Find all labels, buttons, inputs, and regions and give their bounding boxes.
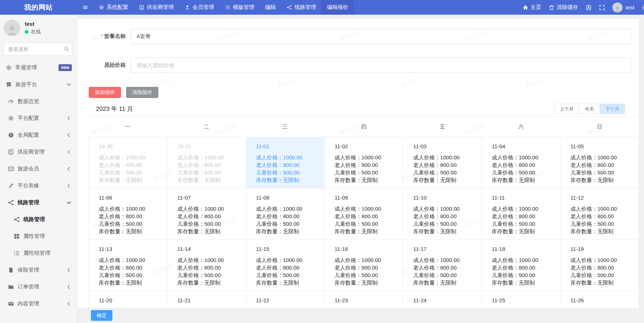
calendar-cell-11-08[interactable]: 11-08成人价格：1000.00老人价格：800.00儿童价格：500.00库… [246, 188, 325, 240]
cell-price-line: 老人价格：800.00 [256, 161, 321, 169]
sidebar-item-label: 保险管理 [18, 267, 39, 273]
prev-month-button[interactable]: 上个月 [554, 104, 579, 114]
sidebar-item-general-management[interactable]: 常规管理new [0, 59, 77, 76]
calendar-cell-10-31[interactable]: 10-31成人价格：1000.00老人价格：800.00儿童价格：500.00库… [167, 137, 246, 188]
cell-price-line: 儿童价格：500.00 [413, 169, 478, 176]
calendar-cell-10-30[interactable]: 10-30成人价格：1000.00老人价格：800.00儿童价格：500.00库… [89, 137, 167, 188]
cell-price-line: 老人价格：800.00 [99, 264, 163, 271]
calendar-cell-11-12[interactable]: 11-12成人价格：1000.00老人价格：800.00儿童价格：500.00库… [560, 188, 639, 240]
sidebar-item-order-management[interactable]: 订单管理 [0, 278, 77, 295]
today-button[interactable]: 今天 [579, 104, 600, 114]
package-name-input[interactable] [131, 29, 631, 44]
sidebar-item-label: 线路管理 [23, 216, 45, 223]
calendar-cell-11-01[interactable]: 11-01成人价格：1000.00老人价格：800.00儿童价格：500.00库… [246, 137, 325, 188]
cell-date: 11-18 [492, 246, 556, 252]
navbar-tabs: 系统配置供应商管理会员管理模版管理编辑线路管理编辑报价 [93, 0, 354, 15]
cell-price-line: 老人价格：800.00 [256, 212, 321, 220]
sidebar-item-platform-decoration[interactable]: 平台装修 [0, 177, 77, 194]
calendar-cell-11-14[interactable]: 11-14成人价格：1000.00老人价格：800.00儿童价格：500.00库… [167, 240, 246, 291]
nav-tab-label: 系统配置 [107, 4, 128, 11]
sidebar-item-insurance-management[interactable]: 保险管理 [0, 262, 77, 278]
cell-price-line: 成人价格：1000.00 [492, 256, 556, 264]
cell-price-line: 儿童价格：500.00 [335, 169, 399, 176]
calendar-cell-11-19[interactable]: 11-19成人价格：1000.00老人价格：800.00儿童价格：500.00库… [560, 240, 639, 291]
sidebar-item-attribute-group-management[interactable]: 属性组管理 [0, 245, 77, 262]
sidebar-item-travel-member[interactable]: 旅游会员 [0, 160, 77, 177]
id-card-icon [8, 166, 14, 172]
calendar-cell-11-06[interactable]: 11-06成人价格：1000.00老人价格：800.00儿童价格：500.00库… [89, 188, 167, 240]
calendar-cell-11-04[interactable]: 11-04成人价格：1000.00老人价格：800.00儿童价格：500.00库… [482, 137, 560, 188]
cell-date: 10-30 [99, 143, 163, 149]
calendar-cell-11-11[interactable]: 11-11成人价格：1000.00老人价格：800.00儿童价格：500.00库… [482, 188, 560, 240]
cell-date: 11-09 [335, 195, 399, 201]
sidebar-item-travel-platform[interactable]: 旅游平台 [0, 76, 77, 93]
cell-price-line: 库存数量：无限制 [492, 176, 556, 184]
calendar-grid: 10-30成人价格：1000.00老人价格：800.00儿童价格：500.00库… [88, 137, 639, 323]
cell-price-line: 老人价格：800.00 [413, 212, 478, 220]
sidebar-toggle[interactable] [77, 0, 93, 15]
nav-tab-supplier-management[interactable]: 供应商管理 [134, 0, 179, 15]
calendar-cell-11-18[interactable]: 11-18成人价格：1000.00老人价格：800.00儿童价格：500.00库… [482, 240, 560, 291]
original-price-input[interactable] [131, 57, 631, 73]
sidebar-item-route-management-sub[interactable]: 线路管理 [0, 211, 77, 228]
translate-icon[interactable] [586, 5, 592, 10]
calendar-cell-11-07[interactable]: 11-07成人价格：1000.00老人价格：800.00儿童价格：500.00库… [167, 188, 246, 240]
calendar-cell-11-17[interactable]: 11-17成人价格：1000.00老人价格：800.00儿童价格：500.00库… [403, 240, 482, 291]
sidebar-item-global-config[interactable]: 全局配置 [0, 127, 77, 144]
sidebar-item-data-overview[interactable]: 数据总览 [0, 93, 77, 110]
cell-price-line: 儿童价格：500.00 [256, 271, 321, 279]
nav-tab-system-config[interactable]: 系统配置 [93, 0, 134, 15]
home-link[interactable]: 主页 [523, 4, 541, 11]
settings-icon[interactable] [642, 5, 644, 10]
fullscreen-icon[interactable] [599, 5, 605, 10]
gears-icon [6, 65, 12, 71]
search-input[interactable] [4, 43, 73, 56]
sidebar-item-label: 旅游平台 [15, 81, 37, 88]
sidebar-item-attribute-management[interactable]: 属性管理 [0, 228, 77, 245]
cell-date: 11-01 [256, 143, 321, 149]
confirm-button[interactable]: 确定 [91, 310, 112, 321]
sidebar-item-platform-config[interactable]: 平台配置 [0, 110, 77, 127]
add-quote-button[interactable]: 添加报价 [89, 87, 121, 98]
cell-price-line: 老人价格：800.00 [335, 161, 399, 169]
next-month-button[interactable]: 下个月 [599, 104, 625, 114]
nav-tab-edit-quote[interactable]: 编辑报价 [321, 0, 354, 15]
cell-price-line: 儿童价格：500.00 [99, 220, 163, 228]
cell-price-line: 儿童价格：500.00 [99, 169, 163, 176]
cell-price-line: 老人价格：800.00 [177, 212, 242, 220]
mail-icon [8, 301, 14, 307]
clear-cache-link[interactable]: 清除缓存 [549, 4, 578, 11]
sidebar-item-route-management[interactable]: 线路管理 [0, 194, 77, 211]
cell-price-line: 儿童价格：500.00 [335, 220, 399, 228]
calendar-cell-11-16[interactable]: 11-16成人价格：1000.00老人价格：800.00儿童价格：500.00库… [325, 240, 403, 291]
sidebar-item-label: 数据总览 [18, 98, 39, 105]
sidebar-menu: 常规管理new旅游平台数据总览平台配置全局配置供应商管理旅游会员平台装修线路管理… [0, 59, 77, 312]
cell-price-line: 儿童价格：500.00 [492, 271, 556, 279]
nav-tab-edit[interactable]: 编辑 [260, 0, 281, 15]
address-book-icon [8, 149, 14, 155]
calendar-cell-11-13[interactable]: 11-13成人价格：1000.00老人价格：800.00儿童价格：500.00库… [89, 240, 167, 291]
cell-date: 11-07 [177, 195, 242, 201]
gears-icon [8, 115, 14, 121]
sidebar-item-supplier-management[interactable]: 供应商管理 [0, 144, 77, 160]
sidebar-item-label: 属性组管理 [23, 250, 50, 257]
sidebar-item-content-management[interactable]: 内容管理 [0, 295, 77, 312]
required-asterisk: * [101, 33, 103, 39]
cell-price-line: 儿童价格：500.00 [177, 169, 242, 176]
calendar-cell-11-05[interactable]: 11-05成人价格：1000.00老人价格：800.00儿童价格：500.00库… [560, 137, 639, 188]
cell-price-line: 成人价格：1000.00 [177, 256, 242, 264]
sidebar: test 在线 常规管理new旅游平台数据总览平台配置全局配置供应商管理旅游会员… [0, 15, 77, 323]
nav-tab-route-management[interactable]: 线路管理 [281, 0, 321, 15]
clear-quote-button[interactable]: 清除报价 [126, 87, 158, 98]
home-icon [523, 5, 528, 10]
calendar-cell-11-09[interactable]: 11-09成人价格：1000.00老人价格：800.00儿童价格：500.00库… [325, 188, 403, 240]
nav-tab-member-management[interactable]: 会员管理 [179, 0, 219, 15]
cell-price-line: 成人价格：1000.00 [335, 205, 399, 212]
cell-price-line: 成人价格：1000.00 [99, 154, 163, 161]
calendar-cell-11-10[interactable]: 11-10成人价格：1000.00老人价格：800.00儿童价格：500.00库… [403, 188, 482, 240]
calendar-cell-11-15[interactable]: 11-15成人价格：1000.00老人价格：800.00儿童价格：500.00库… [246, 240, 325, 291]
nav-tab-template-management[interactable]: 模版管理 [219, 0, 260, 15]
calendar-cell-11-03[interactable]: 11-03成人价格：1000.00老人价格：800.00儿童价格：500.00库… [403, 137, 482, 188]
user-menu[interactable]: test [612, 3, 634, 13]
calendar-cell-11-02[interactable]: 11-02成人价格：1000.00老人价格：800.00儿童价格：500.00库… [325, 137, 403, 188]
